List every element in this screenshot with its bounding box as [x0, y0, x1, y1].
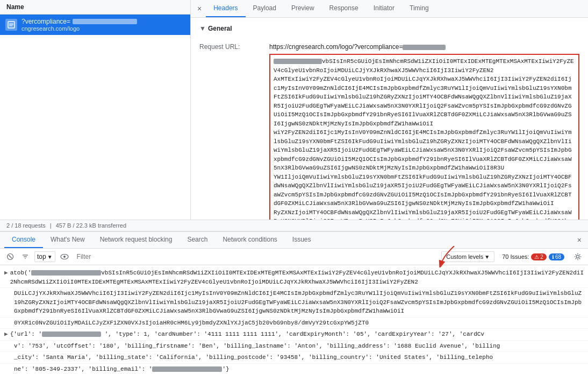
svg-line-5 [9, 255, 12, 258]
tab-payload[interactable]: Payload [246, 0, 284, 17]
toggle-icon[interactable]: ▼ [199, 25, 206, 32]
tab-initiator[interactable]: Initiator [366, 0, 402, 17]
transfer-size: 457 B / 22.3 kB transferred [56, 222, 126, 229]
tab-timing[interactable]: Timing [402, 0, 436, 17]
filter-icon-button[interactable] [19, 251, 31, 263]
log-text: _city': 'Santa Maria', 'billing_state': … [14, 353, 584, 362]
tab-network-conditions[interactable]: Network conditions [215, 232, 284, 248]
url-redacted [403, 45, 446, 50]
file-icon [5, 19, 17, 31]
long-value-box: vbSIsInR5cGUiOjEsImNhcmRSdW1iZXIiOiI0MTE… [269, 54, 579, 220]
file-info: ?vercompliance= cngresearch.com/logo [21, 18, 185, 32]
section-title: General [208, 25, 232, 32]
clear-console-button[interactable] [4, 251, 16, 263]
tab-headers[interactable]: Headers [206, 0, 245, 17]
bottom-close-button[interactable]: × [575, 234, 584, 246]
request-url-value: https://cngresearch.com/logo/?vercomplia… [269, 43, 446, 51]
log-text: DUiLCJjYXJkRXhwaXJ5WWVhciI6IjI3IiwiY2FyZ… [14, 289, 584, 316]
file-name-prefix: ?vercompliance= [21, 18, 70, 25]
log-text: v': '753', 'utcOffset': '180', 'billing_… [14, 342, 584, 351]
main-panel: Name ?vercompliance= cngresearch.com/log… [0, 0, 588, 220]
console-output: ▶ atob('vbSIsInR5cGUiOjEsImNhcmRSdW1iZXI… [0, 265, 588, 374]
filter-input[interactable] [74, 252, 435, 262]
tab-issues[interactable]: Issues [285, 232, 319, 248]
console-line: DUiLCJjYXJkRXhwaXJ5WWVhciI6IjI3IiwiY2FyZ… [0, 288, 588, 317]
file-list: Name ?vercompliance= cngresearch.com/log… [0, 0, 191, 220]
top-dropdown[interactable]: top ▼ [34, 251, 55, 262]
console-line: ▶ atob('vbSIsInR5cGUiOjEsImNhcmRSdW1iZXI… [0, 267, 588, 288]
close-button[interactable]: × [193, 2, 206, 15]
console-line: ne': '805-349-2337', 'billing_email': ''… [0, 364, 588, 375]
file-url: cngresearch.com/logo [21, 25, 185, 32]
redacted-span [31, 270, 101, 276]
bottom-tabs: Console What's New Network request block… [0, 232, 588, 249]
file-name-redacted [73, 19, 137, 24]
bottom-panel: Console What's New Network request block… [0, 231, 588, 374]
email-redacted [152, 366, 222, 372]
svg-point-10 [63, 256, 66, 258]
log-text: 0YXR1c0NvZGUiOiIyMDAiLCJyZXF1ZXN0VXJsIjo… [14, 319, 584, 328]
log-text: atob('vbSIsInR5cGUiOjEsImNhcmRSdW1iZXIiO… [10, 269, 584, 286]
svg-point-12 [577, 256, 579, 258]
console-line: 0YXR1c0NvZGUiOiIyMDAiLCJyZXF1ZXN0VXJsIjo… [0, 317, 588, 329]
log-text: {'url': ' ', 'type': 1, 'cardNumber': '4… [10, 330, 584, 339]
info-badge: ℹ 68 [549, 253, 564, 260]
request-count: 2 / 18 requests [6, 222, 46, 229]
console-line: v': '753', 'utcOffset': '180', 'billing_… [0, 341, 588, 352]
console-line: ▶ {'url': ' ', 'type': 1, 'cardNumber': … [0, 329, 588, 341]
tab-preview[interactable]: Preview [284, 0, 322, 17]
settings-button[interactable] [572, 251, 584, 263]
long-value-redacted [274, 59, 322, 64]
status-bar: 2 / 18 requests | 457 B / 22.3 kB transf… [0, 220, 588, 231]
error-badge: ⚠ 2 [531, 253, 547, 260]
dropdown-arrow-icon: ▼ [47, 254, 53, 260]
line-toggle[interactable]: ▶ [4, 269, 8, 278]
issues-count: 70 Issues: ⚠ 2 ℹ 68 [498, 252, 569, 262]
custom-levels-label: Custom levels [446, 253, 483, 260]
detail-content: ▼ General Request URL: https://cngresear… [191, 18, 588, 220]
detail-panel: × Headers Payload Preview Response Initi… [191, 0, 588, 220]
request-url-row: Request URL: https://cngresearch.com/log… [199, 41, 579, 220]
line-toggle[interactable]: ▶ [4, 330, 8, 339]
separator: | [50, 222, 52, 229]
log-text: ne': '805-349-2337', 'billing_email': ''… [14, 365, 584, 374]
tab-whats-new[interactable]: What's New [43, 232, 92, 248]
show-hide-button[interactable] [59, 251, 70, 263]
file-list-header: Name [0, 0, 190, 15]
tab-response[interactable]: Response [322, 0, 366, 17]
general-section-header: ▼ General [199, 23, 579, 38]
issues-label: 70 Issues: [502, 253, 529, 260]
tab-network-request-blocking[interactable]: Network request blocking [92, 232, 180, 248]
redacted-url [42, 331, 101, 337]
detail-tabs: × Headers Payload Preview Response Initi… [191, 0, 588, 18]
list-item[interactable]: ?vercompliance= cngresearch.com/logo [0, 15, 190, 35]
console-line: _city': 'Santa Maria', 'billing_state': … [0, 352, 588, 364]
console-toolbar: top ▼ Custom levels ▼ 7 [0, 249, 588, 265]
custom-levels-arrow: ▼ [484, 254, 490, 260]
tab-console[interactable]: Console [4, 232, 43, 248]
request-url-label: Request URL: [199, 43, 269, 51]
top-label: top [37, 253, 46, 260]
tab-search[interactable]: Search [180, 232, 215, 248]
custom-levels-button[interactable]: Custom levels ▼ [441, 251, 494, 262]
